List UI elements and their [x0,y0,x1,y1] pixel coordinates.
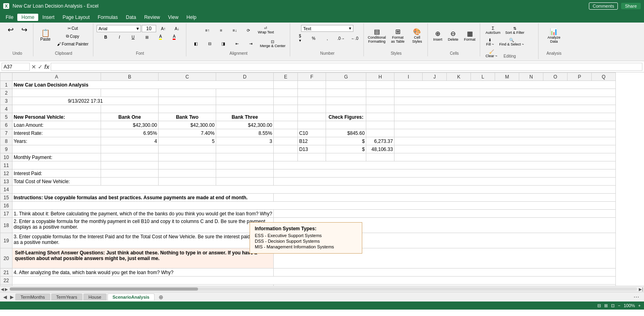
cell-e9[interactable] [274,145,298,153]
cell-rest-13[interactable] [274,178,616,186]
page-layout-button[interactable]: ⊞ [604,303,608,308]
cell-rest-9[interactable] [394,145,616,153]
wrap-text-button[interactable]: ⏎ Wrap Text [256,25,276,35]
cancel-formula-icon[interactable]: ✕ [31,64,36,70]
align-bottom-button[interactable]: ≡↓ [228,27,241,34]
cell-h10[interactable] [366,153,394,161]
cell-h3[interactable] [366,97,394,105]
format-table-button[interactable]: ⊞ Format as Table [388,25,407,46]
sheet-options-button[interactable]: ⋯ [630,294,642,300]
cell-h6[interactable] [366,121,394,129]
cell-d6[interactable]: $42,300.00 [216,121,274,129]
cell-rest-6[interactable] [394,121,616,129]
cell-a14[interactable] [12,186,616,194]
delete-button[interactable]: ⊖ Delete [446,25,460,46]
share-button[interactable]: Share [621,3,641,9]
cell-a23[interactable]: 5. Identify some reasons why someone els… [12,285,274,286]
cell-a5[interactable]: New Personal Vehicle: [12,113,101,121]
cell-h4[interactable] [366,105,394,113]
cell-a2[interactable] [12,89,101,97]
cell-b4[interactable] [101,105,159,113]
cell-b10[interactable] [101,153,159,161]
orientation-button[interactable]: ⟳ [242,27,255,34]
menu-insert[interactable]: Insert [38,14,58,21]
add-sheet-button[interactable]: ⊕ [155,293,167,301]
cell-a11[interactable] [12,161,101,169]
menu-view[interactable]: View [164,14,183,21]
col-header-a[interactable]: A [12,73,101,81]
font-size-input[interactable]: 10 [142,25,156,32]
cell-rest-3[interactable] [394,97,616,105]
cell-f10[interactable] [298,153,326,161]
cell-g2[interactable] [326,89,366,97]
cell-h7[interactable] [366,129,394,137]
col-header-b[interactable]: B [101,73,159,81]
cell-rest-17[interactable] [274,210,616,218]
cell-a9[interactable] [12,145,101,153]
cell-a16[interactable] [12,202,616,210]
cell-h2[interactable] [366,89,394,97]
cell-b2[interactable] [101,89,159,97]
cell-d12[interactable] [216,169,274,178]
cell-rest-5[interactable] [394,113,616,121]
insert-button[interactable]: ⊕ Insert [431,25,444,46]
align-center-button[interactable]: ⊟ [203,40,216,47]
cell-a4[interactable] [12,105,101,113]
font-name-dropdown[interactable]: Arial ▾ [97,25,141,32]
cell-g6[interactable] [326,121,366,129]
cell-c2[interactable] [159,89,216,97]
cell-a3[interactable]: 9/13/2022 17:31 [12,97,159,105]
col-header-g[interactable]: G [326,73,366,81]
cell-c10[interactable] [159,153,216,161]
spreadsheet-scroll[interactable]: A B C D E F G H I J K L M N O P Q [0,72,644,286]
cell-d9[interactable] [216,145,274,153]
cell-g1[interactable] [326,81,366,89]
cell-a6[interactable]: Loan Amount: [12,121,101,129]
cell-rest-11[interactable] [274,161,616,169]
cell-c11[interactable] [159,161,216,169]
cell-d4[interactable] [216,105,274,113]
increase-decimal-button[interactable]: .0→ [334,35,347,42]
cell-b8[interactable]: 4 [101,137,159,145]
cell-f6[interactable] [298,121,326,129]
zoom-out-button[interactable]: − [618,303,620,308]
cell-rest-7[interactable] [394,129,616,137]
zoom-in-button[interactable]: + [638,303,641,308]
col-header-l[interactable]: L [471,73,495,81]
cell-c5[interactable]: Bank Two [159,113,216,121]
decrease-decimal-button[interactable]: ←.0 [348,35,361,42]
undo-button[interactable]: ↩ [4,25,17,35]
col-header-e[interactable]: E [274,73,298,81]
cell-c13[interactable] [159,178,216,186]
cut-button[interactable]: ✂ Cut [55,25,91,32]
underline-button[interactable]: U [127,34,140,41]
cell-g4[interactable] [326,105,366,113]
cell-f5[interactable] [298,113,326,121]
col-header-o[interactable]: O [543,73,568,81]
cell-d11[interactable] [216,161,274,169]
col-header-k[interactable]: K [447,73,471,81]
cell-rest-12[interactable] [274,169,616,178]
cell-c7[interactable]: 7.40% [159,129,216,137]
cell-a21[interactable]: 4. After analyzing the data, which bank … [12,268,274,277]
cell-c9[interactable] [159,145,216,153]
insert-function-icon[interactable]: fx [44,64,49,70]
col-header-d[interactable]: D [216,73,274,81]
cell-a19[interactable]: 3. Enter copyable formulas for the Inter… [12,233,274,248]
col-header-i[interactable]: I [394,73,423,81]
cell-d10[interactable] [216,153,274,161]
col-header-m[interactable]: M [495,73,519,81]
cell-a1[interactable]: New Car Loan Decision Analysis [12,81,274,89]
cell-d7[interactable]: 8.55% [216,129,274,137]
percent-button[interactable]: % [307,35,320,42]
cell-f9[interactable]: D13 [298,145,326,153]
sheet-tab-termyears[interactable]: TermYears [51,293,83,300]
cell-h8[interactable]: 6,273.37 [366,137,394,145]
cell-e8[interactable] [274,137,298,145]
cell-rest-2[interactable] [394,89,616,97]
col-header-p[interactable]: P [568,73,592,81]
sheet-tab-termmonths[interactable]: TermMonths [15,293,50,300]
cell-g8[interactable]: $ [326,137,366,145]
cell-e1[interactable] [274,81,298,89]
cell-d8[interactable]: 3 [216,137,274,145]
